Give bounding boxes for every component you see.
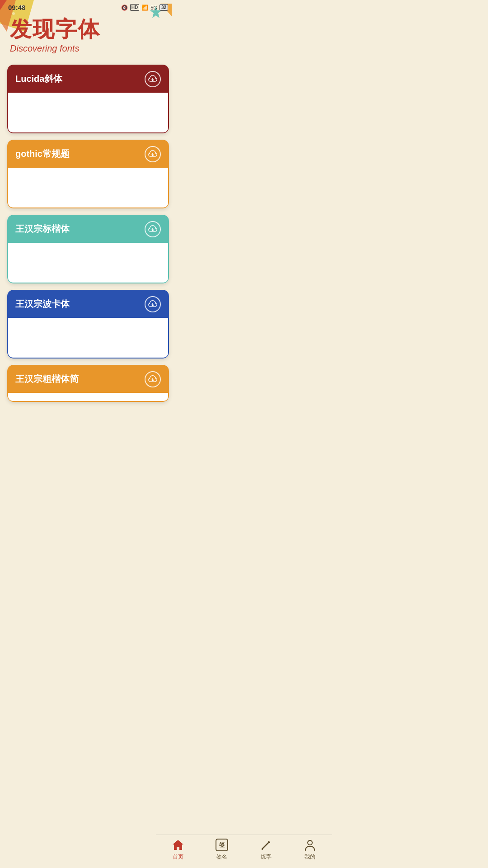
download-icon-2	[148, 150, 157, 159]
font-card-3-title: 王汉宗标楷体	[15, 223, 70, 235]
status-icons: 🔇 HD 📶 5G 32	[121, 4, 168, 11]
hd-badge: HD	[130, 4, 139, 11]
font-card-3-header: 王汉宗标楷体	[7, 215, 169, 244]
download-button-2[interactable]	[145, 146, 161, 162]
download-button-3[interactable]	[145, 221, 161, 237]
font-card-1-body	[7, 93, 169, 133]
sub-title: Discovering fonts	[10, 43, 166, 54]
download-button-1[interactable]	[145, 71, 161, 87]
font-card-4-body	[7, 318, 169, 359]
font-card-2-body	[7, 168, 169, 208]
font-card-5-title: 王汉宗粗楷体简	[15, 373, 79, 385]
font-card-4-header: 王汉宗波卡体	[7, 290, 169, 319]
status-bar: 09:48 🔇 HD 📶 5G 32	[0, 0, 176, 13]
font-card-2: gothic常规题	[7, 140, 169, 208]
font-card-2-header: gothic常规题	[7, 140, 169, 169]
header-section: 发现字体 Discovering fonts	[0, 13, 176, 65]
font-card-1-header: Lucida斜体	[7, 65, 169, 94]
font-list: Lucida斜体 gothic常规题	[0, 65, 176, 402]
font-card-5-body	[7, 393, 169, 402]
font-card-3-body	[7, 243, 169, 283]
main-title: 发现字体	[10, 18, 166, 42]
font-card-1: Lucida斜体	[7, 65, 169, 133]
font-card-1-title: Lucida斜体	[15, 73, 62, 85]
page-wrapper: 09:48 🔇 HD 📶 5G 32 发现字体 Discovering font…	[0, 0, 176, 438]
download-button-5[interactable]	[145, 371, 161, 387]
download-icon-1	[148, 75, 157, 84]
font-card-5: 王汉宗粗楷体简	[7, 365, 169, 402]
status-time: 09:48	[8, 4, 25, 11]
download-icon-5	[148, 375, 157, 384]
download-button-4[interactable]	[145, 296, 161, 312]
battery-indicator: 32	[160, 4, 168, 11]
font-card-5-header: 王汉宗粗楷体简	[7, 365, 169, 394]
mute-icon: 🔇	[121, 5, 128, 11]
font-card-2-title: gothic常规题	[15, 148, 70, 160]
font-card-4: 王汉宗波卡体	[7, 290, 169, 359]
download-icon-4	[148, 300, 157, 309]
download-icon-3	[148, 225, 157, 234]
wifi-icon: 📶	[141, 5, 148, 11]
signal-icon: 5G	[150, 5, 157, 10]
font-card-3: 王汉宗标楷体	[7, 215, 169, 283]
font-card-4-title: 王汉宗波卡体	[15, 298, 70, 310]
